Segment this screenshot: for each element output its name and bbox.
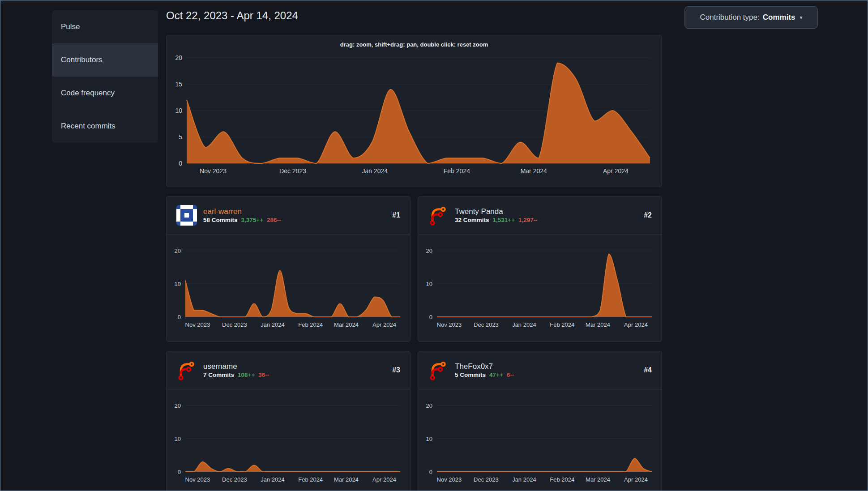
svg-text:0: 0 [178, 314, 181, 320]
contribution-type-value: Commits [763, 13, 795, 22]
svg-text:0: 0 [429, 469, 432, 475]
svg-text:Feb 2024: Feb 2024 [298, 321, 323, 328]
svg-text:0: 0 [179, 160, 182, 167]
contributor-card: TheFox0x7 5 Commits 47++ 6-- #4 01020Nov… [418, 351, 662, 491]
contributor-name: username [203, 363, 269, 370]
contributor-commit-count: 7 Commits [203, 372, 234, 378]
contributor-stats: 7 Commits 108++ 36-- [203, 372, 269, 378]
contributor-deletions: 286-- [267, 217, 281, 223]
svg-text:Jan 2024: Jan 2024 [261, 321, 285, 328]
contributor-additions: 108++ [238, 372, 255, 378]
svg-text:10: 10 [175, 107, 182, 114]
contributor-info: username 7 Commits 108++ 36-- [203, 363, 269, 378]
svg-text:Nov 2023: Nov 2023 [437, 476, 462, 483]
contributor-card-header: Twenty Panda 32 Commits 1,531++ 1,297-- … [418, 196, 662, 235]
contributor-card: username 7 Commits 108++ 36-- #3 01020No… [166, 351, 410, 491]
svg-text:5: 5 [179, 133, 182, 141]
contributor-card-header: earl-warren 58 Commits 3,375++ 286-- #1 [167, 196, 410, 235]
svg-text:Apr 2024: Apr 2024 [372, 321, 396, 328]
identicon-avatar [176, 205, 197, 226]
contributor-additions: 47++ [489, 372, 503, 378]
svg-text:20: 20 [426, 402, 432, 409]
sidebar-item-code-frequency[interactable]: Code frequency [52, 77, 158, 110]
contributor-stats: 32 Commits 1,531++ 1,297-- [455, 217, 538, 223]
contributor-info: TheFox0x7 5 Commits 47++ 6-- [455, 363, 514, 378]
svg-text:Dec 2023: Dec 2023 [279, 167, 306, 175]
svg-text:Dec 2023: Dec 2023 [474, 476, 499, 483]
contributors-page: Pulse Contributors Code frequency Recent… [0, 0, 868, 491]
contributor-info: Twenty Panda 32 Commits 1,531++ 1,297-- [455, 208, 538, 223]
svg-text:Feb 2024: Feb 2024 [550, 476, 574, 483]
overall-activity-panel: drag: zoom, shift+drag: pan, double clic… [166, 35, 662, 187]
contributor-additions: 1,531++ [493, 217, 515, 223]
contributor-stats: 5 Commits 47++ 6-- [455, 372, 514, 378]
forgejo-logo-avatar [428, 360, 449, 380]
svg-text:Apr 2024: Apr 2024 [603, 167, 629, 175]
contributor-name: Twenty Panda [455, 208, 538, 215]
svg-text:20: 20 [175, 248, 181, 254]
svg-text:0: 0 [178, 469, 181, 475]
contributors-grid: earl-warren 58 Commits 3,375++ 286-- #1 … [166, 196, 662, 491]
contributor-activity-chart[interactable]: 01020Nov 2023Dec 2023Jan 2024Feb 2024Mar… [418, 235, 662, 342]
svg-text:Mar 2024: Mar 2024 [334, 476, 359, 483]
svg-text:20: 20 [175, 402, 181, 409]
svg-text:Feb 2024: Feb 2024 [550, 321, 574, 328]
svg-text:Feb 2024: Feb 2024 [298, 476, 323, 483]
contributor-name: TheFox0x7 [455, 363, 514, 370]
forgejo-logo-avatar [428, 205, 449, 226]
svg-text:Jan 2024: Jan 2024 [512, 476, 536, 483]
contribution-type-dropdown[interactable]: Contribution type: Commits ▾ [684, 6, 818, 29]
contributor-card: earl-warren 58 Commits 3,375++ 286-- #1 … [166, 196, 410, 342]
sidebar-item-pulse[interactable]: Pulse [52, 10, 158, 43]
svg-text:Nov 2023: Nov 2023 [200, 167, 227, 175]
contributor-deletions: 1,297-- [518, 217, 538, 223]
contributor-activity-chart[interactable]: 01020Nov 2023Dec 2023Jan 2024Feb 2024Mar… [167, 389, 410, 491]
contributor-commit-count: 32 Commits [455, 217, 489, 223]
svg-text:10: 10 [175, 435, 181, 442]
svg-text:Mar 2024: Mar 2024 [586, 321, 610, 328]
contributor-activity-chart[interactable]: 01020Nov 2023Dec 2023Jan 2024Feb 2024Mar… [418, 389, 662, 491]
contributor-card: Twenty Panda 32 Commits 1,531++ 1,297-- … [418, 196, 662, 342]
page-title-date-range: Oct 22, 2023 - Apr 14, 2024 [166, 9, 298, 22]
svg-text:Apr 2024: Apr 2024 [372, 476, 396, 483]
contributor-rank: #1 [392, 211, 400, 219]
contributor-stats: 58 Commits 3,375++ 286-- [203, 217, 281, 223]
svg-text:Feb 2024: Feb 2024 [444, 167, 470, 175]
svg-text:20: 20 [175, 54, 182, 61]
overall-activity-chart[interactable]: 05101520Nov 2023Dec 2023Jan 2024Feb 2024… [167, 35, 662, 187]
svg-text:Mar 2024: Mar 2024 [521, 167, 547, 175]
svg-text:Apr 2024: Apr 2024 [624, 476, 648, 483]
contributor-commit-count: 5 Commits [455, 372, 486, 378]
svg-text:Dec 2023: Dec 2023 [222, 476, 247, 483]
svg-text:0: 0 [429, 314, 432, 320]
contributor-additions: 3,375++ [241, 217, 264, 223]
contributor-commit-count: 58 Commits [203, 217, 238, 223]
svg-text:Nov 2023: Nov 2023 [185, 321, 210, 328]
contributor-rank: #2 [644, 211, 652, 219]
svg-text:Mar 2024: Mar 2024 [334, 321, 359, 328]
contributor-card-header: username 7 Commits 108++ 36-- #3 [167, 351, 410, 389]
activity-menu: Pulse Contributors Code frequency Recent… [52, 10, 158, 143]
svg-text:10: 10 [175, 281, 181, 287]
svg-text:Nov 2023: Nov 2023 [185, 476, 210, 483]
contributor-card-header: TheFox0x7 5 Commits 47++ 6-- #4 [418, 351, 662, 389]
caret-down-icon: ▾ [800, 14, 802, 21]
contribution-type-label: Contribution type: [700, 13, 759, 22]
contributor-rank: #4 [644, 366, 652, 374]
contributor-info: earl-warren 58 Commits 3,375++ 286-- [203, 208, 281, 223]
contributor-name[interactable]: earl-warren [203, 208, 281, 215]
sidebar-item-recent-commits[interactable]: Recent commits [52, 110, 158, 143]
svg-text:Jan 2024: Jan 2024 [261, 476, 285, 483]
contributor-activity-chart[interactable]: 01020Nov 2023Dec 2023Jan 2024Feb 2024Mar… [167, 235, 410, 342]
contributor-deletions: 36-- [258, 372, 269, 378]
svg-text:15: 15 [175, 81, 182, 88]
svg-text:Dec 2023: Dec 2023 [222, 321, 247, 328]
svg-text:Nov 2023: Nov 2023 [437, 321, 462, 328]
svg-text:Jan 2024: Jan 2024 [512, 321, 536, 328]
sidebar-item-contributors[interactable]: Contributors [52, 43, 158, 77]
forgejo-logo-avatar [176, 360, 197, 380]
contributor-rank: #3 [392, 366, 400, 374]
svg-text:10: 10 [426, 435, 432, 442]
svg-text:Dec 2023: Dec 2023 [474, 321, 499, 328]
svg-text:Apr 2024: Apr 2024 [624, 321, 648, 328]
